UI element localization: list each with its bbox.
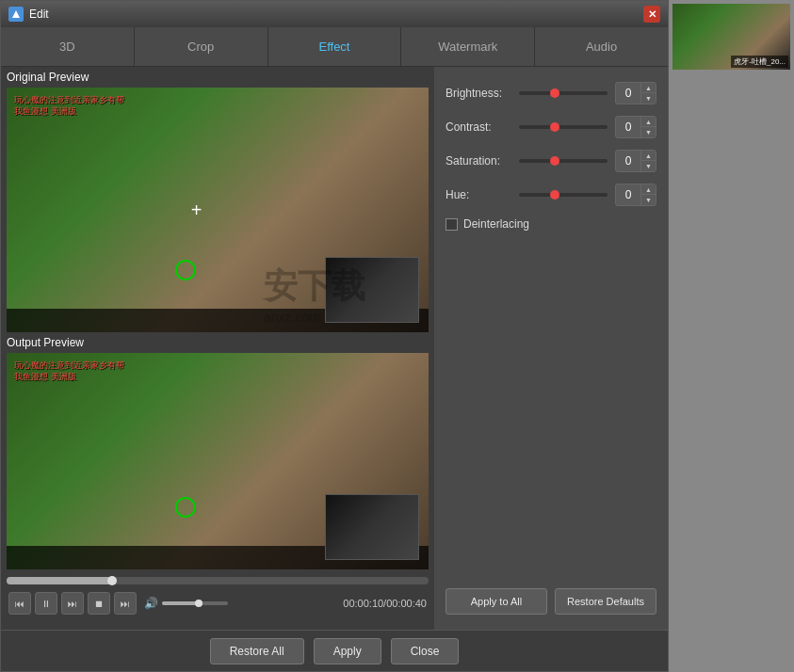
- contrast-label: Contrast:: [446, 120, 511, 134]
- stop-button[interactable]: ⏹: [88, 592, 110, 615]
- app-icon: [8, 7, 24, 22]
- brightness-slider[interactable]: [519, 86, 608, 101]
- contrast-value-box: 0 ▲ ▼: [615, 116, 656, 138]
- brightness-thumb[interactable]: [550, 88, 559, 98]
- output-hud-text: 玩心魔的注意到近亲家乡有帮我鱼漫想 美洲版: [14, 360, 124, 382]
- volume-icon: 🔊: [144, 597, 158, 610]
- apply-to-all-button[interactable]: Apply to All: [446, 588, 547, 615]
- saturation-arrows: ▲ ▼: [640, 151, 656, 171]
- original-preview-image: 玩心魔的注意到近亲家乡有帮我鱼漫想 美洲版 +: [7, 88, 429, 332]
- close-window-button[interactable]: ✕: [643, 6, 660, 23]
- contrast-arrows: ▲ ▼: [640, 117, 656, 137]
- tab-3d[interactable]: 3D: [1, 27, 135, 66]
- hue-up-button[interactable]: ▲: [641, 184, 656, 195]
- contrast-slider[interactable]: [519, 120, 608, 135]
- contrast-track: [519, 125, 608, 129]
- tab-watermark[interactable]: Watermark: [401, 27, 535, 66]
- deinterlacing-row: Deinterlacing: [446, 217, 656, 231]
- thumbnail-item[interactable]: 虎牙-吐槽_20...: [672, 4, 790, 70]
- output-preview-image: 玩心魔的注意到近亲家乡有帮我鱼漫想 美洲版: [7, 353, 429, 569]
- volume-fill: [162, 601, 199, 605]
- hue-value: 0: [616, 188, 640, 201]
- window-title: Edit: [29, 8, 643, 21]
- saturation-down-button[interactable]: ▼: [641, 161, 656, 171]
- hue-value-box: 0 ▲ ▼: [615, 184, 656, 206]
- hue-down-button[interactable]: ▼: [641, 195, 656, 205]
- saturation-row: Saturation: 0 ▲ ▼: [446, 150, 656, 172]
- circle-indicator: [175, 260, 196, 280]
- volume-area: 🔊: [144, 597, 228, 610]
- saturation-label: Saturation:: [446, 154, 511, 168]
- contrast-thumb[interactable]: [550, 122, 559, 132]
- output-preview-label: Output Preview: [1, 332, 434, 353]
- output-pip-inner: [326, 495, 418, 559]
- tab-audio[interactable]: Audio: [535, 27, 668, 66]
- left-panel: Original Preview 玩心魔的注意到近亲家乡有帮我鱼漫想 美洲版 +…: [1, 67, 434, 630]
- tab-crop[interactable]: Crop: [135, 27, 268, 66]
- main-window: Edit ✕ 3D Crop Effect Watermark Audio Or…: [0, 0, 669, 672]
- restore-all-button[interactable]: Restore All: [210, 638, 304, 664]
- hue-slider[interactable]: [519, 187, 608, 202]
- content-area: Original Preview 玩心魔的注意到近亲家乡有帮我鱼漫想 美洲版 +…: [1, 67, 668, 630]
- time-display: 00:00:10/00:00:40: [343, 598, 427, 609]
- hue-thumb[interactable]: [550, 190, 559, 200]
- deinterlacing-checkbox[interactable]: [446, 218, 458, 231]
- hue-label: Hue:: [446, 188, 511, 201]
- contrast-row: Contrast: 0 ▲ ▼: [446, 116, 656, 138]
- contrast-up-button[interactable]: ▲: [641, 117, 656, 127]
- hue-arrows: ▲ ▼: [640, 184, 656, 205]
- timeline-area: ⏮ ⏸ ⏭ ⏹ ⏭ 🔊 00:00:10/00:00:40: [1, 569, 434, 622]
- right-panel-buttons: Apply to All Restore Defaults: [446, 588, 656, 615]
- pip-inner: [326, 258, 418, 322]
- restore-defaults-button[interactable]: Restore Defaults: [555, 588, 656, 615]
- contrast-down-button[interactable]: ▼: [641, 127, 656, 137]
- next-button[interactable]: ⏭: [114, 592, 137, 615]
- tab-effect[interactable]: Effect: [268, 27, 402, 66]
- rewind-button[interactable]: ⏮: [8, 592, 31, 615]
- thumbnail-label: 虎牙-吐槽_20...: [731, 56, 788, 68]
- deinterlacing-label: Deinterlacing: [463, 217, 529, 231]
- timeline-bar[interactable]: [7, 577, 429, 584]
- saturation-slider[interactable]: [519, 153, 608, 168]
- original-preview-label: Original Preview: [1, 67, 434, 88]
- timeline-thumb[interactable]: [107, 576, 117, 585]
- saturation-up-button[interactable]: ▲: [641, 151, 656, 161]
- pause-button[interactable]: ⏸: [35, 592, 57, 615]
- crosshair-icon: +: [191, 200, 203, 221]
- saturation-track: [519, 159, 608, 163]
- contrast-value: 0: [616, 120, 640, 134]
- brightness-value-box: 0 ▲ ▼: [615, 82, 656, 104]
- timeline-fill: [7, 577, 112, 584]
- bottom-bar: Restore All Apply Close: [1, 630, 668, 671]
- tab-bar: 3D Crop Effect Watermark Audio: [1, 27, 668, 67]
- volume-slider[interactable]: [162, 601, 228, 605]
- brightness-label: Brightness:: [446, 87, 511, 100]
- output-preview-box: 玩心魔的注意到近亲家乡有帮我鱼漫想 美洲版: [7, 353, 429, 569]
- preview-hud-text: 玩心魔的注意到近亲家乡有帮我鱼漫想 美洲版: [14, 95, 124, 117]
- saturation-thumb[interactable]: [550, 156, 559, 166]
- forward-button[interactable]: ⏭: [61, 592, 84, 615]
- right-panel: Brightness: 0 ▲ ▼ Contrast:: [434, 67, 668, 630]
- close-button[interactable]: Close: [391, 638, 460, 664]
- volume-thumb[interactable]: [195, 600, 203, 607]
- svg-marker-0: [12, 10, 20, 18]
- original-preview-box: 玩心魔的注意到近亲家乡有帮我鱼漫想 美洲版 +: [7, 88, 429, 332]
- output-circle-indicator: [175, 497, 196, 518]
- pip-overlay: [325, 257, 419, 323]
- brightness-track: [519, 91, 608, 95]
- brightness-value: 0: [616, 87, 640, 100]
- brightness-arrows: ▲ ▼: [640, 83, 656, 104]
- saturation-value-box: 0 ▲ ▼: [615, 150, 656, 172]
- brightness-down-button[interactable]: ▼: [641, 93, 656, 104]
- brightness-row: Brightness: 0 ▲ ▼: [446, 82, 656, 104]
- controls-row: ⏮ ⏸ ⏭ ⏹ ⏭ 🔊 00:00:10/00:00:40: [7, 588, 429, 618]
- saturation-value: 0: [616, 154, 640, 168]
- hue-track: [519, 193, 608, 197]
- hue-row: Hue: 0 ▲ ▼: [446, 184, 656, 206]
- brightness-up-button[interactable]: ▲: [641, 83, 656, 93]
- side-thumbnail-panel: 虎牙-吐槽_20...: [669, 0, 794, 672]
- output-pip-overlay: [325, 494, 419, 560]
- apply-button[interactable]: Apply: [314, 638, 381, 664]
- title-bar: Edit ✕: [1, 1, 668, 27]
